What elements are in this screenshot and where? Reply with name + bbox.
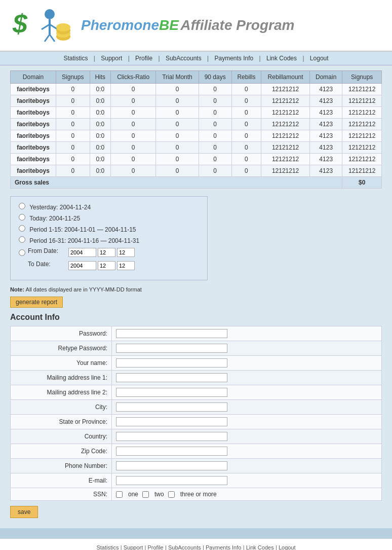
from-year-input[interactable] [68, 248, 96, 257]
today-option[interactable]: Today: 2004-11-25 [19, 214, 199, 222]
logo-text: PheromoneBE Affiliate Program [81, 17, 294, 33]
table-cell: 4123 [310, 154, 342, 165]
footer-payments[interactable]: Payments Info [206, 544, 241, 550]
nav-profile[interactable]: Profile [131, 55, 156, 62]
nav-logout[interactable]: Logout [306, 55, 333, 62]
table-cell: 0 [111, 142, 156, 154]
address2-field[interactable] [116, 388, 227, 397]
table-cell: 0:0 [90, 165, 111, 177]
table-cell: 0 [56, 107, 90, 119]
table-cell: 12121212 [342, 95, 382, 107]
nav-sep3: | [158, 55, 160, 62]
svg-line-5 [45, 34, 50, 42]
table-cell: 0 [56, 165, 90, 177]
email-field[interactable] [116, 476, 227, 485]
stats-table: Domain Signups Hits Clicks-Ratio Trial M… [10, 70, 382, 189]
phone-field[interactable] [116, 461, 227, 470]
name-field-cell[interactable] [112, 356, 382, 371]
account-field-row: Zip Code: [11, 444, 382, 459]
footer-linkcodes[interactable]: Link Codes [246, 544, 274, 550]
from-date-radio[interactable] [19, 249, 25, 256]
period2-radio[interactable] [19, 236, 25, 243]
zip-field[interactable] [116, 447, 227, 456]
nav-subaccounts[interactable]: SubAccounts [162, 55, 206, 62]
save-button[interactable]: save [10, 506, 38, 518]
to-day-input[interactable] [117, 261, 135, 270]
nav-payments[interactable]: Payments Info [210, 55, 257, 62]
ssn-options-cell[interactable]: one two three or more [112, 488, 382, 501]
period1-option[interactable]: Period 1-15: 2004-11-01 — 2004-11-15 [19, 225, 199, 233]
table-cell: 0 [231, 154, 261, 165]
ssn-two-checkbox[interactable] [142, 491, 149, 498]
password-field[interactable] [116, 329, 227, 338]
city-field-cell[interactable] [112, 400, 382, 415]
state-field-label: State or Province: [11, 415, 112, 429]
footer-statistics[interactable]: Statistics [96, 544, 119, 550]
country-field[interactable] [116, 432, 227, 441]
phone-field-cell[interactable] [112, 459, 382, 473]
city-field[interactable] [116, 402, 227, 412]
period1-radio[interactable] [19, 225, 25, 232]
table-cell: 0 [111, 119, 156, 130]
retype-password-field[interactable] [116, 344, 227, 353]
table-row: faoriteboys00:0000012121212412312121212 [11, 142, 382, 154]
yesterday-radio[interactable] [19, 203, 25, 209]
ssn-three-label: three or more [180, 491, 217, 498]
ssn-three-checkbox[interactable] [168, 491, 175, 498]
email-field-cell[interactable] [112, 473, 382, 488]
name-field[interactable] [116, 358, 227, 368]
account-field-row: Retype Password: [11, 341, 382, 356]
state-field-cell[interactable] [112, 415, 382, 429]
table-row: faoriteboys00:0000012121212412312121212 [11, 165, 382, 177]
address2-field-cell[interactable] [112, 385, 382, 400]
to-month-input[interactable] [98, 261, 115, 270]
retype-password-field-label: Retype Password: [11, 341, 112, 356]
yesterday-option[interactable]: Yesterday: 2004-11-24 [19, 203, 199, 211]
table-cell: 12121212 [261, 107, 310, 119]
footer-profile[interactable]: Profile [147, 544, 163, 550]
password-field-cell[interactable] [112, 326, 382, 341]
state-field[interactable] [116, 417, 227, 426]
table-cell: 0 [231, 84, 261, 95]
table-cell: 0 [199, 107, 231, 119]
logo-be: BE [159, 17, 179, 33]
to-date-row: To Date: [19, 261, 199, 271]
account-field-row: Mailing address line 1: [11, 371, 382, 385]
from-day-input[interactable] [117, 248, 135, 257]
table-cell: 0 [111, 165, 156, 177]
footer-support[interactable]: Support [124, 544, 143, 550]
generate-report-button[interactable]: generate report [10, 297, 63, 308]
to-year-input[interactable] [68, 261, 96, 270]
ssn-one-checkbox[interactable] [116, 491, 123, 498]
period2-option[interactable]: Period 16-31: 2004-11-16 — 2004-11-31 [19, 236, 199, 244]
country-field-label: Country: [11, 429, 112, 444]
table-cell: 0 [199, 142, 231, 154]
account-tbody: Password:Retype Password:Your name:Maili… [11, 326, 382, 488]
stats-tbody: faoriteboys00:0000012121212412312121212f… [11, 84, 382, 177]
table-cell: 12121212 [342, 165, 382, 177]
footer-subaccounts[interactable]: SubAccounts [168, 544, 201, 550]
table-cell: 0 [56, 142, 90, 154]
footer-links: Statistics | Support | Profile | SubAcco… [0, 544, 392, 550]
account-field-row: Password: [11, 326, 382, 341]
account-field-row: Country: [11, 429, 382, 444]
nav-sep4: | [207, 55, 209, 62]
nav-statistics[interactable]: Statistics [59, 55, 92, 62]
ssn-one-label: one [128, 491, 138, 498]
table-cell: 12121212 [342, 84, 382, 95]
today-radio[interactable] [19, 214, 25, 221]
from-month-input[interactable] [98, 248, 115, 257]
retype-password-field-cell[interactable] [112, 341, 382, 356]
nav-linkcodes[interactable]: Link Codes [262, 55, 301, 62]
footer-logout[interactable]: Logout [279, 544, 296, 550]
account-info-title: Account Info [10, 313, 382, 322]
nav-support[interactable]: Support [97, 55, 126, 62]
from-date-row: From Date: [19, 247, 199, 258]
country-field-cell[interactable] [112, 429, 382, 444]
table-row: faoriteboys00:0000012121212412312121212 [11, 154, 382, 165]
table-cell: 0:0 [90, 95, 111, 107]
address1-field[interactable] [116, 373, 227, 382]
zip-field-cell[interactable] [112, 444, 382, 459]
address1-field-cell[interactable] [112, 371, 382, 385]
svg-line-3 [42, 24, 50, 29]
